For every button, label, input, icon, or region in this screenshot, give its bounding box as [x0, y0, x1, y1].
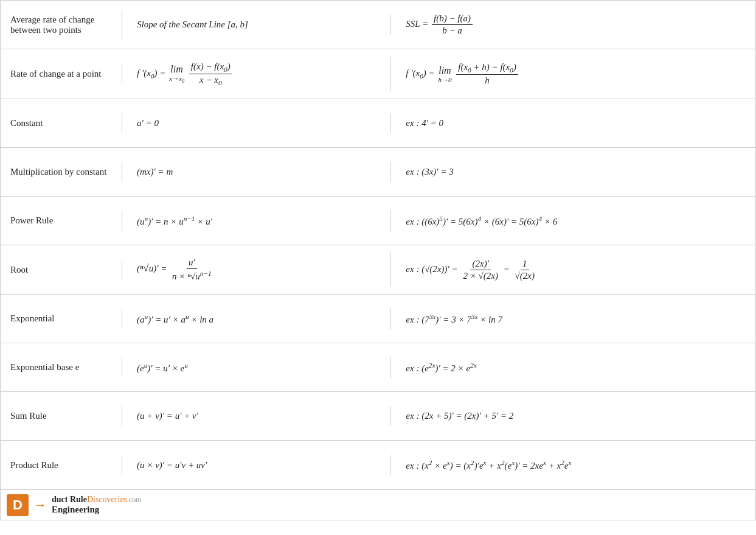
product-rule-label: duct Rule [52, 495, 87, 504]
engineering-label: Engineering [52, 505, 142, 515]
table-row: Exponential base e (eu)′ = u′ × eu ex : … [1, 343, 755, 392]
logo-discoveries-text: duct RuleDiscoveries.com [52, 495, 142, 505]
row-label: Sum Rule [1, 406, 122, 426]
row-example: ex : (73x)′ = 3 × 73x × ln 7 [391, 308, 755, 330]
table-row: Constant a′ = 0 ex : 4′ = 0 [1, 99, 755, 148]
row-formula: (u + v)′ = u′ + v′ [122, 406, 391, 426]
row-example: ex : (2x + 5)′ = (2x)′ + 5′ = 2 [391, 406, 755, 426]
table-row: Exponential (au)′ = u′ × au × ln a ex : … [1, 295, 755, 343]
table-row: Rate of change at a point f ′(x0) = limx… [1, 49, 755, 99]
logo-arrow-icon: → [33, 497, 47, 513]
table-row: Sum Rule (u + v)′ = u′ + v′ ex : (2x + 5… [1, 392, 755, 441]
row-label: Constant [1, 113, 122, 133]
row-example: ex : (e2x)′ = 2 × e2x [391, 357, 755, 379]
row-formula: Slope of the Secant Line [a, b] [122, 15, 391, 35]
row-label: Rate of change at a point [1, 64, 122, 84]
row-example: ex : (√(2x))′ = (2x)′2 × √(2x) = 1√(2x) [391, 254, 755, 286]
row-example: SSL = f(b) − f(a)b − a [391, 9, 755, 41]
row-formula: (mx)′ = m [122, 162, 391, 182]
logo-d-icon: D [13, 497, 23, 513]
row-formula: (un)′ = n × un−1 × u′ [122, 210, 391, 232]
logo: D → duct RuleDiscoveries.com Engineering [7, 494, 142, 516]
row-formula: (u × v)′ = u′v + uv′ [122, 455, 391, 475]
row-example: ex : ((6x)5)′ = 5(6x)4 × (6x)′ = 5(6x)4 … [391, 210, 755, 232]
row-label: Average rate of change between two point… [1, 10, 122, 40]
row-example: ex : 4′ = 0 [391, 113, 755, 133]
table-row: Multiplication by constant (mx)′ = m ex … [1, 148, 755, 197]
table-row: Root (ⁿ√u)′ = u′n × ⁿ√un−1 ex : (√(2x))′… [1, 245, 755, 295]
row-label: Root [1, 260, 122, 280]
table-row: Product Rule (u × v)′ = u′v + uv′ ex : (… [1, 441, 755, 489]
row-label: Product Rule [1, 455, 122, 475]
row-formula: a′ = 0 [122, 113, 391, 133]
row-formula: (eu)′ = u′ × eu [122, 357, 391, 379]
table-row: Power Rule (un)′ = n × un−1 × u′ ex : ((… [1, 197, 755, 245]
row-formula: (ⁿ√u)′ = u′n × ⁿ√un−1 [122, 253, 391, 287]
row-label: Multiplication by constant [1, 162, 122, 182]
footer: D → duct RuleDiscoveries.com Engineering [1, 489, 755, 520]
row-example: f ′(x0) = limh→0 f(x0 + h) − f(x0)h [391, 57, 755, 91]
com-label: .com [127, 495, 142, 504]
row-formula: (au)′ = u′ × au × ln a [122, 308, 391, 330]
row-label: Exponential base e [1, 357, 122, 377]
row-formula: f ′(x0) = limx→x0 f(x) − f(x0)x − x0 [122, 57, 391, 91]
row-label: Power Rule [1, 211, 122, 231]
row-example: ex : (x2 × ex) = (x2)′ex + x2(ex)′ = 2xe… [391, 454, 755, 476]
discoveries-label: Discoveries [87, 495, 127, 504]
main-table: Average rate of change between two point… [0, 0, 756, 520]
row-example: ex : (3x)′ = 3 [391, 162, 755, 182]
row-label: Exponential [1, 309, 122, 329]
table-row: Average rate of change between two point… [1, 1, 755, 49]
